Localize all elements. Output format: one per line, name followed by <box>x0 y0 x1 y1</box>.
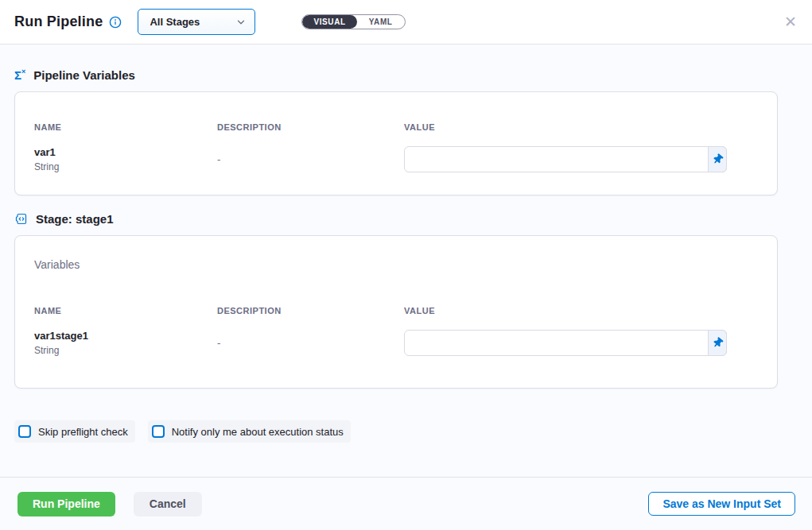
skip-preflight-option[interactable]: Skip preflight check <box>14 420 135 443</box>
info-icon[interactable] <box>109 16 122 29</box>
pipeline-variables-table-header: NAME DESCRIPTION VALUE <box>15 92 777 132</box>
column-header-description: DESCRIPTION <box>217 122 404 132</box>
execution-options: Skip preflight check Notify only me abou… <box>14 420 798 443</box>
skip-preflight-checkbox[interactable] <box>18 425 31 438</box>
notify-me-option[interactable]: Notify only me about execution status <box>148 420 351 443</box>
page-title: Run Pipeline <box>14 14 103 30</box>
modal-header: Run Pipeline All Stages VISUAL YAML ✕ <box>0 0 812 44</box>
var1stage1-value-input[interactable] <box>404 330 727 356</box>
stage-variables-card: Variables NAME DESCRIPTION VALUE var1sta… <box>14 235 778 389</box>
column-header-name: NAME <box>34 306 217 315</box>
custom-stage-icon <box>14 212 28 226</box>
sigma-x-icon: Σ× <box>14 69 25 81</box>
stage-selector-dropdown[interactable]: All Stages <box>138 9 255 35</box>
toggle-yaml[interactable]: YAML <box>357 15 405 29</box>
variable-description: - <box>217 337 404 349</box>
variable-name-cell: var1 String <box>34 146 217 172</box>
column-header-name: NAME <box>34 122 217 132</box>
variable-type: String <box>34 161 217 172</box>
cancel-button[interactable]: Cancel <box>134 492 202 516</box>
close-icon[interactable]: ✕ <box>780 12 801 33</box>
pipeline-variables-heading: Σ× Pipeline Variables <box>14 44 798 82</box>
stage-variables-table-header: NAME DESCRIPTION VALUE <box>15 271 777 315</box>
variable-name-cell: var1stage1 String <box>34 330 217 356</box>
pipeline-variables-card: NAME DESCRIPTION VALUE var1 String - <box>14 91 778 195</box>
modal-body: Σ× Pipeline Variables NAME DESCRIPTION V… <box>0 44 812 477</box>
table-row: var1 String - <box>15 146 777 195</box>
stage-selector-value: All Stages <box>150 16 200 28</box>
notify-me-label: Notify only me about execution status <box>172 426 344 438</box>
pin-icon[interactable] <box>708 330 727 356</box>
variable-value-group <box>404 146 727 172</box>
column-header-value: VALUE <box>404 122 727 132</box>
skip-preflight-label: Skip preflight check <box>38 426 128 438</box>
variable-name: var1stage1 <box>34 330 217 342</box>
run-pipeline-modal: Run Pipeline All Stages VISUAL YAML ✕ Σ <box>0 0 812 530</box>
variable-value-group <box>404 330 727 356</box>
visual-yaml-toggle: VISUAL YAML <box>301 14 405 29</box>
variable-name: var1 <box>34 146 217 158</box>
column-header-description: DESCRIPTION <box>217 306 404 315</box>
stage-variables-subtitle: Variables <box>15 236 777 271</box>
table-row: var1stage1 String - <box>15 330 777 388</box>
variable-type: String <box>34 345 217 356</box>
run-pipeline-button[interactable]: Run Pipeline <box>17 492 115 516</box>
stage-title: Stage: stage1 <box>36 212 114 226</box>
pin-icon[interactable] <box>708 146 727 172</box>
save-as-new-input-set-button[interactable]: Save as New Input Set <box>648 492 795 516</box>
toggle-visual[interactable]: VISUAL <box>302 15 356 29</box>
pipeline-variables-title: Pipeline Variables <box>33 68 135 82</box>
modal-footer: Run Pipeline Cancel Save as New Input Se… <box>0 477 812 530</box>
notify-me-checkbox[interactable] <box>152 425 165 438</box>
column-header-value: VALUE <box>404 306 727 315</box>
var1-value-input[interactable] <box>404 146 727 172</box>
chevron-down-icon <box>235 17 247 28</box>
stage-heading: Stage: stage1 <box>14 195 798 226</box>
variable-description: - <box>217 153 404 165</box>
